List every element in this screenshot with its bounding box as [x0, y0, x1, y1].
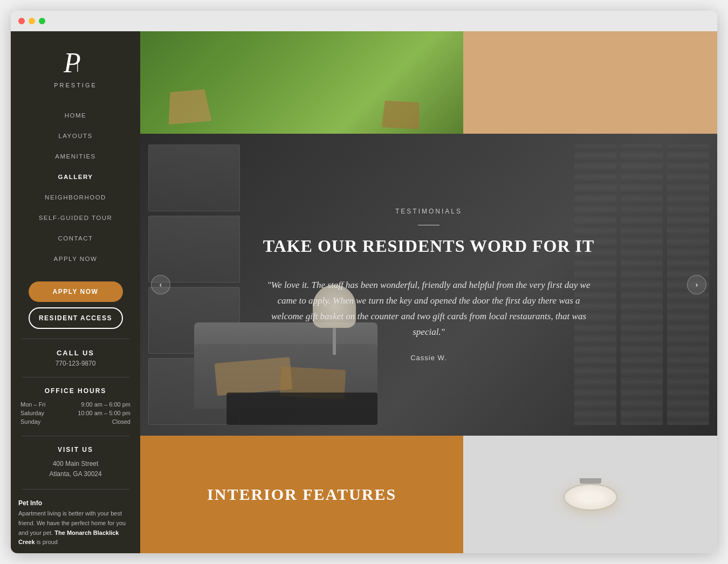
testimonials-content: TESTIMONIALS TAKE OUR RESIDENTS WORD FOR… — [140, 134, 717, 436]
call-us-number[interactable]: 770-123-9870 — [16, 360, 135, 367]
visit-us-address: 400 Main Street Atlanta, GA 30024 — [16, 459, 135, 479]
interior-features-panel: INTERIOR FEATURES — [140, 436, 463, 553]
address-line-2: Atlanta, GA 30024 — [49, 470, 101, 478]
divider-1 — [22, 339, 129, 339]
resident-access-button[interactable]: RESIDENT ACCESS — [29, 307, 123, 329]
address-line-1: 400 Main Street — [53, 460, 99, 467]
grass-bg — [140, 31, 463, 134]
tan-panel — [463, 31, 717, 134]
office-hours-title: OFFICE HOURS — [18, 387, 133, 395]
carousel-prev-button[interactable]: ‹ — [151, 275, 170, 294]
hours-time-sunday: Closed — [57, 417, 133, 426]
visit-us-section: VISIT US 400 Main Street Atlanta, GA 300… — [11, 446, 140, 479]
ceiling-light-decoration — [564, 478, 617, 511]
browser-chrome — [11, 11, 717, 31]
divider-3 — [22, 436, 129, 436]
browser-body: P | PRESTIGE HOME LAYOUTS AMENITIES — [11, 31, 717, 553]
main-content: ‹ › TESTIMONIALS TAKE OUR RESIDENTS WORD… — [140, 31, 717, 553]
nav-link-amenities[interactable]: AMENITIES — [55, 153, 95, 160]
nav-link-neighborhood[interactable]: NEIGHBORHOOD — [45, 194, 106, 201]
light-fixture — [564, 484, 617, 511]
divider-2 — [22, 377, 129, 377]
nav-link-self-guided-tour[interactable]: SELF-GUIDED TOUR — [39, 215, 113, 221]
call-us-title: CALL US — [16, 349, 135, 357]
apply-now-button[interactable]: APPLY NOW — [29, 281, 123, 302]
hours-day-sunday: Sunday — [18, 417, 57, 426]
hours-day-saturday: Saturday — [18, 409, 57, 417]
interior-features-heading: INTERIOR FEATURES — [207, 485, 396, 504]
bottom-section: INTERIOR FEATURES — [140, 436, 717, 553]
nav-link-home[interactable]: HOME — [65, 112, 87, 119]
nav-item-amenities[interactable]: AMENITIES — [11, 146, 140, 166]
nav-item-self-guided-tour[interactable]: SELF-GUIDED TOUR — [11, 207, 140, 228]
pet-info-text: Apartment living is better with your bes… — [18, 509, 133, 547]
testimonials-divider — [418, 225, 439, 225]
nav-item-contact[interactable]: CONTACT — [11, 228, 140, 248]
hours-table: Mon – Fri 9:00 am – 6:00 pm Saturday 10:… — [18, 400, 133, 426]
nav-item-apply-nav[interactable]: APPLY NOW — [11, 248, 140, 269]
maximize-dot[interactable] — [39, 18, 45, 24]
logo-area: P | PRESTIGE — [11, 31, 140, 99]
testimonials-section: ‹ › TESTIMONIALS TAKE OUR RESIDENTS WORD… — [140, 134, 717, 436]
top-image-section — [140, 31, 717, 134]
nav-link-gallery[interactable]: GALLERY — [58, 174, 93, 180]
nav-item-home[interactable]: HOME — [11, 105, 140, 125]
hours-day-weekday: Mon – Fri — [18, 400, 57, 409]
visit-us-title: VISIT US — [16, 446, 135, 453]
nav-link-layouts[interactable]: LAYOUTS — [58, 133, 92, 139]
testimonials-label: TESTIMONIALS — [395, 208, 462, 215]
svg-text:|: | — [76, 55, 79, 72]
minimize-dot[interactable] — [29, 18, 35, 24]
hours-row-sunday: Sunday Closed — [18, 417, 133, 426]
nav-link-contact[interactable]: CONTACT — [58, 235, 93, 242]
nav-item-neighborhood[interactable]: NEIGHBORHOOD — [11, 187, 140, 207]
testimonials-heading: TAKE OUR RESIDENTS WORD FOR IT — [263, 236, 595, 256]
interior-image-panel — [463, 436, 717, 553]
hours-time-weekday: 9:00 am – 6:00 pm — [57, 400, 133, 409]
nav-link-apply[interactable]: APPLY NOW — [54, 256, 98, 262]
hours-row-weekday: Mon – Fri 9:00 am – 6:00 pm — [18, 400, 133, 409]
nav-item-gallery[interactable]: GALLERY — [11, 166, 140, 187]
divider-4 — [22, 489, 129, 490]
nav-menu: HOME LAYOUTS AMENITIES GALLERY NEIGHBORH… — [11, 99, 140, 274]
chevron-left-icon: ‹ — [159, 280, 162, 290]
close-dot[interactable] — [18, 18, 25, 24]
pet-info-section: Pet Info Apartment living is better with… — [11, 499, 140, 547]
office-hours-section: OFFICE HOURS Mon – Fri 9:00 am – 6:00 pm… — [11, 387, 140, 426]
sidebar: P | PRESTIGE HOME LAYOUTS AMENITIES — [11, 31, 140, 553]
call-us-section: CALL US 770-123-9870 — [11, 349, 140, 367]
light-mount — [580, 478, 601, 484]
logo-icon: P | — [59, 46, 92, 79]
testimonial-quote-text: "We love it. The staff has been wonderfu… — [267, 278, 590, 340]
logo-brand-text: PRESTIGE — [54, 82, 97, 88]
browser-window: P | PRESTIGE HOME LAYOUTS AMENITIES — [11, 11, 717, 553]
outdoor-image — [140, 31, 463, 134]
carousel-next-button[interactable]: › — [687, 275, 706, 294]
hours-row-saturday: Saturday 10:00 am – 5:00 pm — [18, 409, 133, 417]
pet-info-title: Pet Info — [18, 499, 133, 507]
chevron-right-icon: › — [695, 280, 698, 290]
testimonial-author: Cassie W. — [410, 354, 447, 362]
hours-time-saturday: 10:00 am – 5:00 pm — [57, 409, 133, 417]
sidebar-nav: HOME LAYOUTS AMENITIES GALLERY NEIGHBORH… — [11, 99, 140, 274]
nav-item-layouts[interactable]: LAYOUTS — [11, 125, 140, 146]
pet-info-suffix: is proud — [37, 539, 58, 545]
